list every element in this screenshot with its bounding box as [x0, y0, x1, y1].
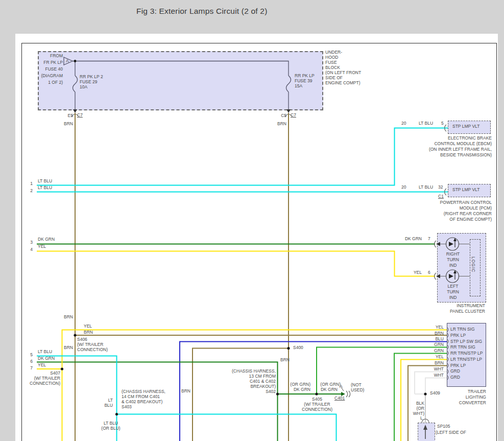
trailer-lighting-converter-box: LR TRN SIGPRK LPSTP LP SW SIGRR TRN SIGR…	[447, 323, 486, 387]
pin-number: 1	[30, 181, 33, 186]
page-title: Fig 3: Exterior Lamps Circuit (2 of 2)	[136, 7, 268, 16]
wire-label: DK GRN	[38, 237, 55, 242]
wire-label: BRN	[64, 121, 73, 126]
wire-label: YEL	[38, 244, 46, 249]
connector-label: E5	[68, 113, 73, 118]
wire-label: YEL	[436, 354, 444, 359]
wiring-diagram-page: Fig 3: Exterior Lamps Circuit (2 of 2) S…	[0, 0, 504, 441]
pin-number: 2	[30, 188, 33, 193]
wire-label: BRN	[435, 331, 444, 336]
fuse39-label: RR PK LP FUSE 39 15A	[295, 73, 315, 88]
converter-pin-label: LR TRN SIG	[450, 327, 475, 332]
wire-label: LT BLU (OR BLU)	[101, 421, 120, 431]
pin-number: 7	[30, 365, 33, 370]
wire-label: BRN	[84, 330, 93, 335]
pin-number: 32	[438, 184, 443, 190]
wire-label: LT BLU	[38, 349, 52, 354]
connector-label: L	[420, 415, 423, 421]
ebcm-pin-label: STP LMP VLT	[452, 124, 479, 129]
wire-label: LT BLU	[419, 121, 433, 126]
wire-label: WHT	[434, 366, 444, 372]
connector-label: A	[340, 384, 343, 389]
wire-label: BRN	[280, 357, 290, 362]
wire-label: YEL	[84, 323, 92, 329]
wire-label: WHT	[434, 373, 444, 378]
splice-label: S407 (W/ TRAILER CONNECTION)	[30, 370, 60, 386]
wire-label: BRN	[277, 121, 286, 126]
wire-label: (NOT USED)	[351, 382, 364, 392]
wire-label: (LEFT SIDE OF	[436, 430, 466, 435]
pin-number: 3	[30, 240, 33, 245]
wire-label: 20	[401, 121, 406, 126]
fuse29-label: RR PK LP 2 FUSE 29 10A	[80, 74, 103, 89]
connector-label: C7	[77, 112, 83, 118]
ebcm-box: STP LMP VLT	[448, 121, 491, 134]
splice-label: S400	[293, 345, 303, 350]
pin-number: 4	[30, 247, 33, 252]
wire-label: LT BLU	[38, 178, 52, 183]
converter-pin-label: LR TRN/STP LP	[450, 357, 482, 362]
wire-label: (OR GRN)	[320, 382, 341, 387]
wire-label: GRN	[434, 342, 444, 347]
connector-label: C5	[281, 113, 286, 118]
converter-pin-label: STP LP SW SIG	[450, 339, 482, 344]
pcm-box: STP LMP VLT	[448, 184, 491, 197]
converter-pin-label: RR TRN SIG	[450, 344, 475, 350]
pin-number: 5	[441, 121, 444, 126]
wire-label: BRN	[435, 360, 444, 365]
wire-label: BRN	[64, 345, 73, 350]
wire-label: LT BLU	[104, 398, 113, 408]
ebcm-caption: ELECTRONIC BRAKE CONTROL MODULE (EBCM) (…	[364, 135, 492, 158]
logic-label: LOGIC	[471, 257, 476, 272]
wire-label: BRN	[181, 388, 190, 393]
splice-label: S405 (W/ TRAILER CONNECTION)	[302, 397, 332, 412]
wire-label: 20	[401, 184, 406, 190]
wire-label: DK GRN	[38, 356, 55, 361]
connector-label: C7	[291, 112, 296, 118]
converter-pin-label: GRD	[450, 375, 460, 380]
converter-pin-label: RR TRN/STP LP	[450, 351, 483, 356]
wire-label: BLK (OR WHT)	[413, 401, 424, 416]
splice-label: S406 (W/ TRAILER CONNECTION)	[77, 337, 108, 352]
converter-pin-label: PRK LP	[450, 363, 466, 368]
wire-label: (OR GRN) DK GRN	[290, 382, 310, 392]
converter-pin-label: GRD	[450, 368, 460, 374]
wire-label: YEL	[38, 362, 46, 367]
wire-label: DK GRN	[321, 387, 338, 392]
splice-label: (CHASSIS HARNESS, 13 CM FROM C401 & C402…	[232, 368, 276, 394]
connector-label: C401	[334, 396, 345, 401]
splice-label: SP105	[437, 424, 450, 429]
sp105-box	[418, 423, 435, 441]
pin-number: 7	[428, 236, 430, 241]
wire-label: DK GRN	[405, 236, 422, 241]
wire-label: GRN	[434, 348, 444, 353]
connector-a-label: A	[66, 58, 69, 63]
pin-number: 6	[30, 359, 33, 364]
wire-label: LT BLU	[38, 185, 52, 190]
pin-number: 6	[428, 270, 430, 275]
wire-label: YEL	[436, 324, 444, 330]
fuse40-source-label: FROM FR PK LP FUSE 40 (DIAGRAM 1 OF 2)	[41, 53, 63, 86]
underhood-fuse-block-label: UNDER- HOOD FUSE BLOCK (ON LEFT FRONT SI…	[325, 50, 361, 85]
wire-label: LT BLU	[419, 184, 433, 190]
converter-pin-label: PRK LP	[450, 333, 466, 338]
left-turn-ind-label: LEFT TURN IND	[437, 284, 469, 300]
right-turn-ind-label: RIGHT TURN IND	[437, 251, 469, 268]
wire-label: YEL	[414, 270, 422, 275]
pcm-caption: POWERTRAIN CONTROL MODULE (PCM) (RIGHT R…	[364, 200, 492, 222]
pcm-pin-label: STP LMP VLT	[452, 187, 479, 192]
splice-label: (CHASSIS HARNESS, 14 CM FROM C401 & C402…	[122, 389, 165, 409]
pin-number: 5	[30, 352, 33, 357]
wire-label: BLU	[435, 336, 444, 341]
connector-label: C1	[438, 194, 444, 199]
ipc-caption: INSTRUMENT PANEL CLUSTER	[383, 303, 485, 314]
wire-label: BRN	[64, 314, 73, 319]
splice-label: S409	[430, 390, 440, 396]
